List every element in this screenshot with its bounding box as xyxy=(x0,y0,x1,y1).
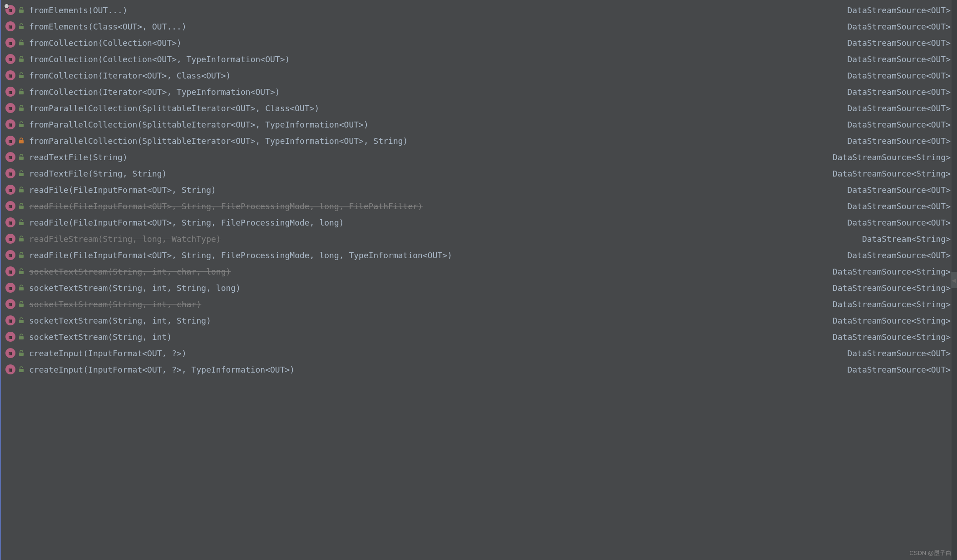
completion-item[interactable]: mreadFile(FileInputFormat<OUT>, String)D… xyxy=(1,182,957,198)
svg-rect-12 xyxy=(19,206,24,209)
completion-item[interactable]: mreadFile(FileInputFormat<OUT>, String, … xyxy=(1,198,957,214)
collapse-chevron-icon[interactable]: ◀ xyxy=(951,272,957,288)
completion-item[interactable]: mfromElements(OUT...)DataStreamSource<OU… xyxy=(1,2,957,18)
return-type: DataStreamSource<OUT> xyxy=(838,218,951,227)
lock-open-icon xyxy=(18,317,25,324)
method-signature: fromCollection(Iterator<OUT>, TypeInform… xyxy=(29,87,838,97)
return-type: DataStreamSource<String> xyxy=(824,300,951,309)
svg-rect-19 xyxy=(19,320,24,323)
method-icon: m xyxy=(5,250,15,260)
completion-item[interactable]: msocketTextStream(String, int, char, lon… xyxy=(1,263,957,280)
method-icon: m xyxy=(5,21,15,31)
completion-item[interactable]: mfromCollection(Iterator<OUT>, Class<OUT… xyxy=(1,67,957,84)
lock-open-icon xyxy=(18,236,25,242)
completion-item[interactable]: mcreateInput(InputFormat<OUT, ?>)DataStr… xyxy=(1,345,957,361)
svg-rect-17 xyxy=(19,287,24,290)
method-signature: fromCollection(Iterator<OUT>, Class<OUT>… xyxy=(29,71,838,80)
method-signature: readTextFile(String, String) xyxy=(29,169,824,178)
svg-rect-10 xyxy=(19,173,24,176)
method-signature: readFile(FileInputFormat<OUT>, String, F… xyxy=(29,218,838,227)
method-icon: m xyxy=(5,364,15,374)
svg-rect-3 xyxy=(19,59,24,62)
completion-item[interactable]: mfromParallelCollection(SplittableIterat… xyxy=(1,100,957,116)
completion-item[interactable]: mreadTextFile(String)DataStreamSource<St… xyxy=(1,149,957,165)
method-signature: createInput(InputFormat<OUT, ?>) xyxy=(29,349,838,358)
method-icon: m xyxy=(5,168,15,178)
method-signature: socketTextStream(String, int, char, long… xyxy=(29,267,824,276)
return-type: DataStreamSource<OUT> xyxy=(838,38,951,48)
method-signature: fromElements(Class<OUT>, OUT...) xyxy=(29,22,838,31)
lock-open-icon xyxy=(18,334,25,340)
completion-item[interactable]: mreadFile(FileInputFormat<OUT>, String, … xyxy=(1,247,957,263)
completion-item[interactable]: mreadFile(FileInputFormat<OUT>, String, … xyxy=(1,214,957,231)
completion-item[interactable]: mcreateInput(InputFormat<OUT, ?>, TypeIn… xyxy=(1,361,957,378)
svg-rect-8 xyxy=(19,140,24,143)
completion-item[interactable]: mreadFileStream(String, long, WatchType)… xyxy=(1,231,957,247)
svg-rect-18 xyxy=(19,304,24,307)
completion-item[interactable]: mfromCollection(Collection<OUT>)DataStre… xyxy=(1,34,957,51)
method-icon: m xyxy=(5,103,15,113)
completion-list: mfromElements(OUT...)DataStreamSource<OU… xyxy=(1,2,957,378)
return-type: DataStreamSource<String> xyxy=(824,283,951,293)
svg-rect-11 xyxy=(19,189,24,192)
method-icon: m xyxy=(5,136,15,146)
method-icon: m xyxy=(5,70,15,80)
completion-item[interactable]: mreadTextFile(String, String)DataStreamS… xyxy=(1,165,957,182)
completion-item[interactable]: mfromParallelCollection(SplittableIterat… xyxy=(1,116,957,133)
completion-item[interactable]: mfromCollection(Iterator<OUT>, TypeInfor… xyxy=(1,84,957,100)
lock-open-icon xyxy=(18,301,25,307)
svg-rect-20 xyxy=(19,336,24,339)
lock-open-icon xyxy=(18,72,25,79)
lock-open-icon xyxy=(18,187,25,193)
svg-rect-7 xyxy=(19,124,24,127)
completion-item[interactable]: mfromParallelCollection(SplittableIterat… xyxy=(1,133,957,149)
method-signature: readTextFile(String) xyxy=(29,152,824,162)
return-type: DataStreamSource<String> xyxy=(824,169,951,178)
method-signature: fromParallelCollection(SplittableIterato… xyxy=(29,120,838,129)
return-type: DataStreamSource<OUT> xyxy=(838,251,951,260)
svg-rect-4 xyxy=(19,75,24,78)
svg-rect-5 xyxy=(19,91,24,94)
lock-open-icon xyxy=(18,88,25,95)
completion-item[interactable]: msocketTextStream(String, int, String)Da… xyxy=(1,312,957,329)
lock-open-icon xyxy=(18,121,25,128)
method-icon: m xyxy=(5,283,15,293)
return-type: DataStreamSource<OUT> xyxy=(838,136,951,146)
svg-rect-22 xyxy=(19,369,24,372)
svg-rect-14 xyxy=(19,238,24,241)
method-signature: fromParallelCollection(SplittableIterato… xyxy=(29,136,838,146)
svg-rect-9 xyxy=(19,157,24,160)
completion-item[interactable]: msocketTextStream(String, int, char)Data… xyxy=(1,296,957,312)
lock-closed-icon xyxy=(18,138,25,144)
method-signature: fromParallelCollection(SplittableIterato… xyxy=(29,103,838,113)
return-type: DataStream<String> xyxy=(853,234,951,244)
method-signature: createInput(InputFormat<OUT, ?>, TypeInf… xyxy=(29,365,838,374)
return-type: DataStreamSource<String> xyxy=(824,316,951,325)
return-type: DataStreamSource<String> xyxy=(824,267,951,276)
lock-open-icon xyxy=(18,105,25,111)
method-icon: m xyxy=(5,299,15,309)
lock-open-icon xyxy=(18,285,25,291)
method-icon: m xyxy=(5,266,15,276)
completion-item[interactable]: msocketTextStream(String, int, String, l… xyxy=(1,280,957,296)
return-type: DataStreamSource<OUT> xyxy=(838,71,951,80)
return-type: DataStreamSource<OUT> xyxy=(838,120,951,129)
svg-rect-2 xyxy=(19,42,24,45)
lock-open-icon xyxy=(18,268,25,275)
method-signature: socketTextStream(String, int, String) xyxy=(29,316,824,325)
lock-open-icon xyxy=(18,7,25,13)
completion-item[interactable]: mfromElements(Class<OUT>, OUT...)DataStr… xyxy=(1,18,957,34)
lock-open-icon xyxy=(18,252,25,258)
completion-item[interactable]: msocketTextStream(String, int)DataStream… xyxy=(1,329,957,345)
method-signature: fromElements(OUT...) xyxy=(29,5,838,15)
return-type: DataStreamSource<OUT> xyxy=(838,201,951,211)
method-signature: socketTextStream(String, int) xyxy=(29,332,824,342)
svg-rect-6 xyxy=(19,108,24,111)
method-icon: m xyxy=(5,38,15,48)
lock-open-icon xyxy=(18,170,25,177)
lock-open-icon xyxy=(18,154,25,160)
completion-item[interactable]: mfromCollection(Collection<OUT>, TypeInf… xyxy=(1,51,957,67)
method-icon: m xyxy=(5,217,15,227)
code-completion-popup: mfromElements(OUT...)DataStreamSource<OU… xyxy=(0,0,957,560)
method-icon: m xyxy=(5,54,15,64)
